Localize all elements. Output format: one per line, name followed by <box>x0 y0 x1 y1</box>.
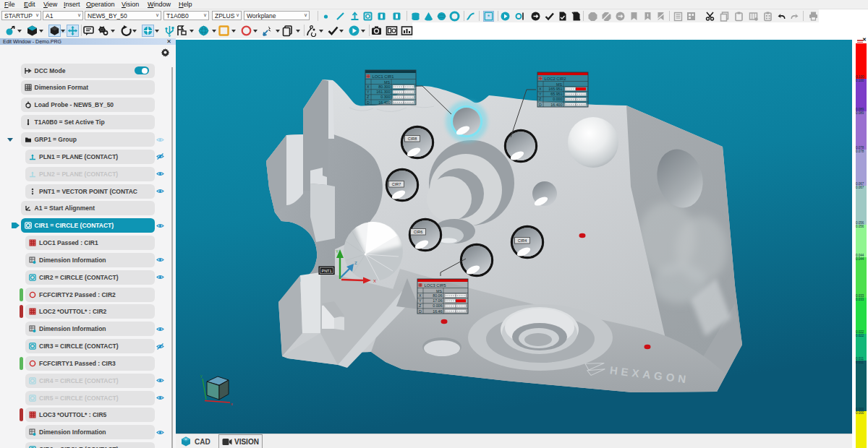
svg-text:16.400: 16.400 <box>378 100 390 105</box>
svg-text:80.300: 80.300 <box>378 85 390 89</box>
svg-text:17.06: 17.06 <box>433 298 442 303</box>
svg-text:0.006: 0.006 <box>433 303 442 308</box>
svg-text:LOC2 CIR2: LOC2 CIR2 <box>545 77 566 81</box>
svg-text:X: X <box>367 85 370 89</box>
svg-text:0.300: 0.300 <box>380 95 390 99</box>
svg-text:y: y <box>200 374 203 378</box>
svg-text:Y: Y <box>367 90 370 94</box>
svg-text:MS: MS <box>556 82 562 87</box>
svg-text:PNT1: PNT1 <box>321 269 331 273</box>
svg-text:MS: MS <box>384 80 390 85</box>
svg-text:16.46: 16.46 <box>433 309 442 314</box>
svg-text:Y: Y <box>539 92 542 96</box>
svg-text:LOC3 CIR5: LOC3 CIR5 <box>425 283 446 288</box>
svg-text:x: x <box>231 402 233 406</box>
svg-text:CIR8: CIR8 <box>408 137 417 141</box>
svg-text:161.300: 161.300 <box>376 90 390 94</box>
svg-text:CIR7: CIR7 <box>392 182 401 186</box>
svg-text:65.951: 65.951 <box>550 92 562 96</box>
svg-text:Y: Y <box>336 249 339 254</box>
svg-text:Z: Z <box>354 261 357 265</box>
svg-text:CIR6: CIR6 <box>414 230 423 234</box>
svg-text:D: D <box>539 103 542 107</box>
svg-text:CIR4: CIR4 <box>518 238 527 243</box>
svg-text:X: X <box>539 87 542 91</box>
svg-text:16.400: 16.400 <box>550 103 562 107</box>
svg-text:X: X <box>373 279 376 283</box>
svg-text:*: * <box>487 12 490 20</box>
svg-text:Y: Y <box>419 298 422 303</box>
svg-text:D: D <box>419 309 422 314</box>
svg-text:165.951: 165.951 <box>548 87 562 91</box>
svg-text:X: X <box>419 293 422 298</box>
svg-text:80.06: 80.06 <box>433 293 442 298</box>
svg-text:D: D <box>367 100 370 105</box>
svg-text:MS: MS <box>436 289 442 293</box>
svg-text:0.000: 0.000 <box>553 97 562 101</box>
svg-text:LOC1 CIR1: LOC1 CIR1 <box>373 74 394 79</box>
